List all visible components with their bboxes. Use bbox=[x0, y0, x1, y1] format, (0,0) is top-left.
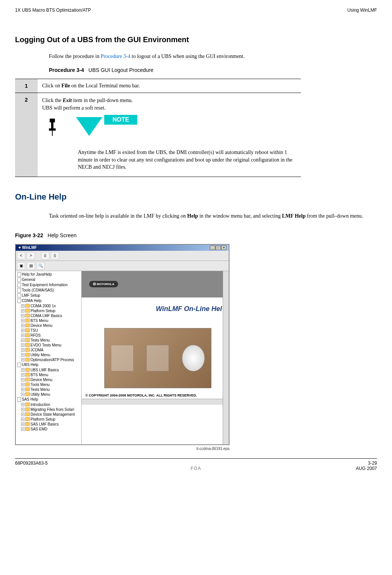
expand-icon[interactable]: + bbox=[21, 422, 24, 426]
doc-icon bbox=[17, 283, 21, 287]
horizontal-scrollbar[interactable] bbox=[82, 399, 223, 405]
content-hero-image bbox=[104, 328, 211, 388]
footer-date: AUG 2007 bbox=[356, 466, 377, 471]
toolbar-2: ▣ ▤ 🔍 bbox=[16, 261, 229, 271]
image-block bbox=[111, 345, 134, 371]
folder-icon bbox=[25, 319, 30, 322]
folder-icon bbox=[25, 328, 30, 332]
svg-rect-2 bbox=[49, 128, 56, 131]
cd-icon bbox=[182, 345, 205, 371]
motorola-logo: Ⓜ MOTOROLA bbox=[89, 281, 118, 287]
help-content-panel: Ⓜ MOTOROLA WinLMF On-Line Hel © COPYRIGH… bbox=[82, 271, 223, 444]
expand-icon[interactable]: + bbox=[21, 314, 24, 317]
table-row: 1 Click on File on the Local Terminal me… bbox=[15, 79, 301, 93]
procedure-link[interactable]: Procedure 3-4 bbox=[101, 53, 131, 59]
expand-icon[interactable]: + bbox=[21, 329, 24, 332]
toc-tab[interactable]: ▣ bbox=[17, 262, 25, 270]
forward-button[interactable]: > bbox=[27, 252, 35, 259]
expand-icon[interactable]: + bbox=[21, 368, 24, 372]
footer-row-2: FOA AUG 2007 bbox=[15, 466, 377, 471]
folder-icon bbox=[25, 309, 30, 313]
expand-icon[interactable]: + bbox=[21, 403, 24, 406]
folder-icon bbox=[25, 378, 30, 381]
maximize-button[interactable]: □ bbox=[216, 246, 221, 250]
note-text: Anytime the LMF is exited from the UBS, … bbox=[78, 149, 296, 171]
pushpin-icon bbox=[42, 117, 65, 140]
procedure-table: 1 Click on File on the Local Terminal me… bbox=[15, 79, 301, 177]
expand-icon[interactable]: + bbox=[21, 413, 24, 416]
doc-icon bbox=[17, 293, 21, 298]
step-content: Click the Exit item in the pull-down men… bbox=[38, 93, 301, 177]
folder-icon bbox=[25, 407, 30, 411]
doc-icon bbox=[17, 278, 21, 282]
folder-icon bbox=[25, 412, 30, 416]
folder-icon bbox=[25, 392, 30, 396]
expand-icon[interactable]: + bbox=[21, 339, 24, 342]
doc-icon bbox=[17, 397, 21, 402]
screenshot-figure: ✦ WinLMF _ □ × < > ⎙ ⎙ ▣ ▤ 🔍 Help for Ja… bbox=[15, 244, 248, 451]
expand-icon[interactable]: + bbox=[21, 383, 24, 386]
window-titlebar: ✦ WinLMF _ □ × bbox=[16, 245, 229, 251]
print-button[interactable]: ⎙ bbox=[41, 252, 49, 259]
window-title: ✦ WinLMF bbox=[18, 246, 37, 250]
expand-icon[interactable]: + bbox=[21, 427, 24, 431]
minimize-button[interactable]: _ bbox=[210, 246, 215, 250]
step-number: 1 bbox=[15, 79, 38, 93]
image-block bbox=[146, 345, 169, 371]
doc-icon bbox=[17, 363, 21, 367]
folder-icon bbox=[25, 323, 30, 327]
expand-icon[interactable]: + bbox=[21, 319, 24, 322]
folder-icon bbox=[25, 368, 30, 372]
section-heading-logout: Logging Out of a UBS from the GUI Enviro… bbox=[15, 35, 377, 44]
print-setup-button[interactable]: ⎙ bbox=[51, 252, 59, 259]
figure-title: Figure 3-22 Help Screen bbox=[15, 232, 377, 238]
svg-rect-1 bbox=[51, 122, 53, 129]
section-heading-help: On-Line Help bbox=[15, 192, 377, 202]
note-label: NOTE bbox=[104, 115, 137, 125]
expand-icon[interactable]: + bbox=[21, 348, 24, 352]
winlmf-window: ✦ WinLMF _ □ × < > ⎙ ⎙ ▣ ▤ 🔍 Help for Ja… bbox=[15, 244, 229, 445]
expand-icon[interactable]: + bbox=[21, 418, 24, 421]
tree-panel[interactable]: Help for JavaHelp General Test Equipment… bbox=[16, 271, 82, 444]
footer-row-1: 68P09283A63-5 3-29 bbox=[15, 461, 377, 466]
step-number: 2 bbox=[15, 93, 38, 177]
footer-rule bbox=[15, 458, 377, 459]
page-header: 1X UBS Macro BTS Optimization/ATP Using … bbox=[15, 8, 377, 13]
svg-marker-4 bbox=[76, 117, 102, 136]
expand-icon[interactable]: + bbox=[21, 309, 24, 313]
expand-icon[interactable]: + bbox=[21, 343, 24, 347]
content-title: WinLMF On-Line Hel bbox=[82, 297, 223, 320]
expand-icon[interactable]: + bbox=[21, 378, 24, 381]
expand-icon[interactable]: + bbox=[21, 393, 24, 396]
note-triangle-icon bbox=[76, 117, 106, 140]
expand-icon[interactable]: + bbox=[21, 388, 24, 391]
folder-icon bbox=[25, 403, 30, 406]
expand-icon[interactable]: + bbox=[21, 324, 24, 327]
folder-icon bbox=[25, 427, 30, 431]
expand-icon[interactable]: + bbox=[21, 373, 24, 377]
doc-icon bbox=[17, 288, 21, 293]
folder-icon bbox=[25, 383, 30, 386]
expand-icon[interactable]: + bbox=[21, 358, 24, 361]
expand-icon[interactable]: + bbox=[21, 353, 24, 357]
index-tab[interactable]: ▤ bbox=[27, 262, 35, 270]
folder-icon bbox=[25, 373, 30, 377]
step-content: Click on File on the Local Terminal menu… bbox=[38, 79, 301, 93]
folder-icon bbox=[25, 422, 30, 426]
folder-icon bbox=[25, 387, 30, 391]
expand-icon[interactable]: + bbox=[21, 304, 24, 308]
doc-icon bbox=[17, 272, 21, 277]
folder-icon bbox=[25, 348, 30, 352]
vertical-scrollbar[interactable] bbox=[223, 271, 229, 444]
foa-label: FOA bbox=[191, 466, 201, 471]
back-button[interactable]: < bbox=[17, 252, 25, 259]
expand-icon[interactable]: + bbox=[21, 408, 24, 411]
folder-icon bbox=[25, 353, 30, 357]
folder-icon bbox=[25, 417, 30, 421]
search-tab[interactable]: 🔍 bbox=[36, 262, 45, 270]
header-left: 1X UBS Macro BTS Optimization/ATP bbox=[15, 8, 91, 13]
expand-icon[interactable]: + bbox=[21, 334, 24, 337]
doc-number: 68P09283A63-5 bbox=[15, 461, 48, 466]
folder-icon bbox=[25, 343, 30, 347]
close-button[interactable]: × bbox=[221, 246, 226, 250]
